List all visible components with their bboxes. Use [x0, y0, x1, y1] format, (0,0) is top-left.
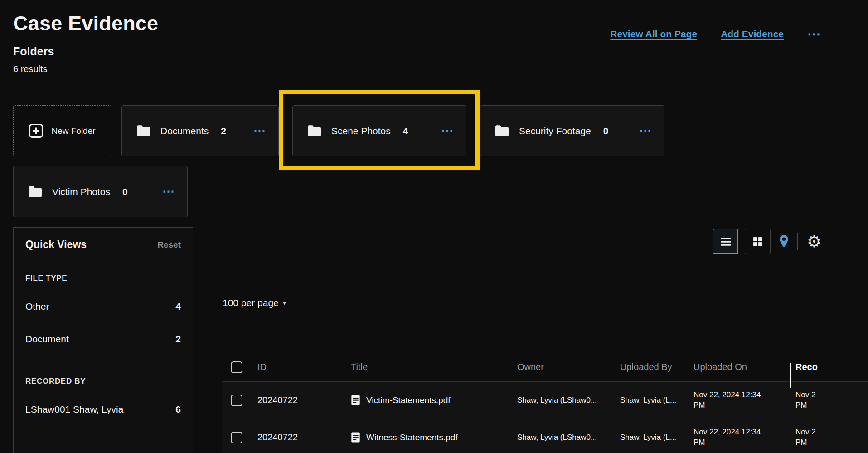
quick-views-panel: Quick Views Reset FILE TYPE Other 4 Docu…: [13, 227, 193, 453]
folder-card-scene-photos[interactable]: Scene Photos 4 ⋯: [292, 105, 466, 156]
folder-menu-icon[interactable]: ⋯: [162, 185, 175, 198]
folder-count: 4: [403, 126, 408, 136]
review-all-link[interactable]: Review All on Page: [610, 29, 697, 39]
list-view-icon: [720, 237, 731, 246]
filter-count: 2: [175, 334, 181, 345]
cell-id: 20240722: [257, 432, 351, 443]
reset-link[interactable]: Reset: [157, 240, 181, 250]
column-header-uploaded-by[interactable]: Uploaded By: [620, 362, 693, 372]
table-header-row: ID Title Owner Uploaded By Uploaded On R…: [222, 353, 868, 382]
row-checkbox-cell: [222, 395, 257, 406]
filter-count: 6: [175, 404, 181, 415]
results-count: 6 results: [13, 64, 48, 74]
folder-icon: [306, 124, 322, 137]
folder-count: 0: [603, 126, 609, 136]
quick-views-title: Quick Views: [25, 239, 87, 251]
column-header-title[interactable]: Title: [351, 362, 517, 372]
folder-count: 0: [122, 186, 128, 197]
cell-uploaded-on: Nov 22, 2024 12:34 PM: [693, 427, 790, 448]
cell-uploaded-on: Nov 22, 2024 12:34 PM: [693, 390, 790, 411]
filter-row-document[interactable]: Document 2: [25, 323, 181, 356]
table-row[interactable]: 20240722 Victim-Statements.pdf Shaw, Lyv…: [222, 382, 868, 419]
folder-menu-icon[interactable]: ⋯: [639, 125, 651, 137]
header-checkbox-cell: [222, 361, 257, 373]
filter-section-file-type: FILE TYPE Other 4 Document 2: [14, 262, 193, 365]
per-page-dropdown[interactable]: 100 per page ▾: [223, 297, 286, 308]
row-checkbox[interactable]: [231, 432, 242, 443]
header-actions: Review All on Page Add Evidence ⋯: [610, 26, 821, 42]
row-checkbox[interactable]: [231, 395, 242, 406]
new-folder-label: New Folder: [51, 126, 95, 136]
column-header-id[interactable]: ID: [257, 362, 351, 372]
file-title[interactable]: Victim-Statements.pdf: [366, 395, 451, 405]
cell-id: 20240722: [257, 395, 351, 405]
map-view-button[interactable]: [777, 234, 791, 248]
folder-card-security-footage[interactable]: Security Footage 0 ⋯: [480, 105, 664, 156]
folder-card-victim-photos[interactable]: Victim Photos 0 ⋯: [13, 166, 188, 217]
cell-title: Witness-Statements.pdf: [351, 432, 517, 443]
filter-count: 4: [175, 301, 181, 312]
recorded-on-text: Nov 2 PM: [795, 427, 823, 448]
filter-section-recorded-by: RECORDED BY LShaw001 Shaw, Lyvia 6: [14, 365, 193, 435]
grid-view-icon: [753, 237, 763, 247]
add-folder-icon: [29, 123, 44, 138]
evidence-table: ID Title Owner Uploaded By Uploaded On R…: [222, 353, 868, 453]
document-icon: [351, 432, 360, 443]
folders-heading: Folders: [13, 45, 54, 58]
add-evidence-link[interactable]: Add Evidence: [721, 29, 784, 39]
folder-name: Security Footage: [519, 126, 591, 136]
folder-icon: [494, 124, 510, 137]
grid-view-button[interactable]: [745, 229, 771, 254]
filter-label: Document: [25, 334, 69, 345]
filter-section-heading: FILE TYPE: [25, 274, 181, 283]
file-title[interactable]: Witness-Statements.pdf: [366, 433, 458, 443]
folder-menu-icon[interactable]: ⋯: [441, 125, 453, 137]
column-header-owner[interactable]: Owner: [517, 362, 620, 372]
filter-row-other[interactable]: Other 4: [25, 290, 181, 323]
folder-name: Documents: [160, 126, 209, 136]
cell-owner: Shaw, Lyvia (LShaw0...: [517, 433, 620, 442]
list-view-button[interactable]: [713, 229, 738, 254]
column-header-uploaded-on[interactable]: Uploaded On: [693, 361, 790, 373]
column-header-label: Reco: [795, 362, 818, 372]
folder-name: Scene Photos: [331, 126, 391, 136]
pinned-column-divider: [790, 363, 791, 388]
filter-section-heading: RECORDED BY: [25, 377, 181, 386]
page-title: Case Evidence: [13, 12, 158, 35]
view-controls: ⚙: [713, 229, 821, 254]
quick-views-header: Quick Views Reset: [14, 228, 193, 262]
folder-menu-icon[interactable]: ⋯: [253, 125, 266, 137]
more-actions-icon[interactable]: ⋯: [807, 27, 821, 41]
settings-gear-icon[interactable]: ⚙: [804, 234, 821, 250]
cell-recorded-on: Nov 2 PM: [790, 390, 868, 411]
recorded-on-text: Nov 2 PM: [795, 390, 823, 411]
row-checkbox-cell: [222, 432, 257, 443]
folder-icon: [136, 124, 151, 137]
folder-name: Victim Photos: [52, 186, 110, 197]
column-header-recorded-on[interactable]: Reco: [790, 361, 868, 373]
cell-title: Victim-Statements.pdf: [351, 395, 517, 406]
filter-label: LShaw001 Shaw, Lyvia: [25, 404, 123, 415]
folder-count: 2: [221, 126, 226, 136]
filter-row-recorded-by[interactable]: LShaw001 Shaw, Lyvia 6: [25, 393, 181, 426]
cell-uploaded-by: Shaw, Lyvia (L...: [620, 396, 693, 405]
filter-label: Other: [25, 301, 49, 312]
cell-uploaded-by: Shaw, Lyvia (L...: [620, 433, 693, 442]
folder-card-documents[interactable]: Documents 2 ⋯: [121, 105, 279, 156]
per-page-label: 100 per page: [223, 297, 279, 308]
select-all-checkbox[interactable]: [231, 361, 242, 373]
map-pin-icon: [779, 234, 789, 248]
chevron-down-icon: ▾: [283, 299, 286, 307]
cell-owner: Shaw, Lyvia (LShaw0...: [517, 396, 620, 405]
folder-icon: [27, 185, 43, 198]
table-row[interactable]: 20240722 Witness-Statements.pdf Shaw, Ly…: [222, 419, 868, 453]
cell-recorded-on: Nov 2 PM: [790, 427, 868, 448]
new-folder-button[interactable]: New Folder: [13, 105, 111, 156]
toolbar-divider: [797, 233, 798, 250]
document-icon: [351, 395, 360, 406]
